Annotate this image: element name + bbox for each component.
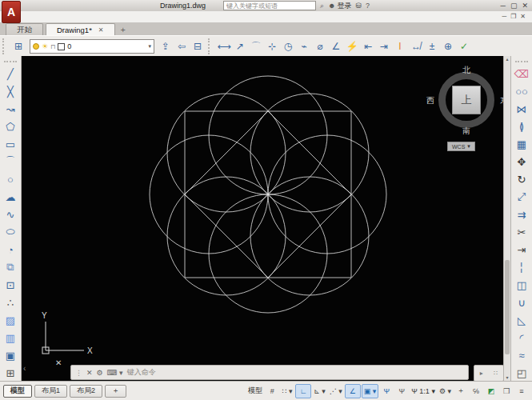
workspace-switch-button[interactable]: ⚙ ▾ — [438, 385, 453, 398]
toolbar-grip[interactable] — [4, 61, 17, 62]
layer-previous-button[interactable]: ⇦ — [174, 38, 190, 54]
chamfer-button[interactable]: ◺ — [512, 311, 531, 329]
multiple-points-button[interactable]: ∴ — [1, 294, 20, 311]
make-layer-current-button[interactable]: ⇪ — [158, 38, 174, 54]
diameter-dim-button[interactable]: ⌀ — [312, 38, 328, 54]
dim-space-button[interactable]: I — [392, 38, 408, 54]
aligned-dim-button[interactable]: ↗ — [232, 38, 248, 54]
rotate-button[interactable]: ↻ — [512, 170, 531, 188]
scroll-right-icon[interactable]: ▸ — [480, 370, 483, 377]
scrollbar-thumb[interactable] — [505, 260, 510, 354]
cart-icon[interactable]: ⛁ — [356, 2, 362, 10]
arc-length-dim-button[interactable]: ⌒ — [248, 38, 264, 54]
ellipse-arc-button[interactable]: ◔ — [1, 241, 20, 258]
minimize-button[interactable]: ─ — [501, 2, 506, 10]
offset-button[interactable]: ≬ — [512, 118, 531, 135]
compass-west-label[interactable]: 西 — [426, 95, 434, 106]
command-bar-resize-panel[interactable]: ▸ ∷ — [474, 365, 504, 382]
line-button[interactable]: ╱ — [1, 65, 20, 82]
autocad-logo-icon[interactable]: A — [2, 1, 21, 23]
construction-line-button[interactable]: ╳ — [1, 82, 20, 100]
ellipse-button[interactable]: ⬭ — [1, 223, 20, 241]
tolerance-button[interactable]: ± — [424, 38, 440, 54]
object-snap-button[interactable]: ▣ ▾ — [362, 384, 379, 398]
spline-button[interactable]: ∿ — [1, 206, 20, 223]
customize-wrench-icon[interactable]: ⚙ — [97, 369, 103, 377]
create-block-button[interactable]: ⊡ — [1, 276, 20, 294]
auto-scale-button[interactable]: Ψ — [394, 385, 409, 398]
wcs-dropdown[interactable]: WCS ▾ — [447, 142, 475, 151]
erase-button[interactable]: ⌫ — [512, 65, 531, 82]
angular-dim-button[interactable]: ∠ — [328, 38, 344, 54]
layer-properties-button[interactable]: ⊞ — [10, 38, 26, 54]
clean-screen-button[interactable]: ❒ — [499, 385, 514, 398]
extend-button[interactable]: ⇥ — [512, 241, 531, 258]
scale-button[interactable]: ⤢ — [512, 188, 531, 206]
revision-cloud-button[interactable]: ☁ — [1, 188, 20, 206]
resize-grip-icon[interactable]: ∷ — [494, 370, 498, 377]
scroll-up-icon[interactable]: ▴ — [504, 56, 510, 63]
customize-button[interactable]: ≡ — [514, 385, 529, 398]
stretch-button[interactable]: ⇉ — [512, 206, 531, 223]
region-button[interactable]: ▣ — [1, 346, 20, 364]
move-button[interactable]: ✥ — [512, 153, 531, 170]
compass-south-label[interactable]: 南 — [462, 126, 470, 137]
array-button[interactable]: ▦ — [512, 135, 531, 153]
rectangle-button[interactable]: ▭ — [1, 135, 20, 153]
continue-dim-button[interactable]: ⇥ — [376, 38, 392, 54]
new-drawing-tab-button[interactable]: ＋ — [119, 24, 127, 35]
doc-minimize-button[interactable]: ─ — [502, 13, 506, 20]
annotation-visibility-button[interactable]: Ψ — [379, 385, 394, 398]
dim-update-button[interactable]: ✓ — [456, 38, 472, 54]
fillet-button[interactable]: ◜ — [512, 329, 531, 346]
start-tab[interactable]: 开始 — [6, 23, 43, 35]
baseline-dim-button[interactable]: ⇤ — [360, 38, 376, 54]
scroll-left-icon[interactable]: ‹ — [23, 364, 26, 373]
layer-states-button[interactable]: ⊟ — [190, 38, 206, 54]
trim-button[interactable]: ✂ — [512, 223, 531, 241]
toolbar-grip[interactable] — [515, 61, 528, 62]
doc-close-button[interactable]: ✕ — [520, 13, 526, 20]
model-space-canvas[interactable]: 北 南 西 东 上 WCS ▾ Y X ✕ ‹ ⋮ ✕ ⚙ ⌨ ▾ 键入命令 ▸… — [22, 56, 510, 382]
layout2-tab[interactable]: 布局2 — [70, 385, 102, 398]
linear-dim-button[interactable]: ⟷ — [216, 38, 232, 54]
toolbar-grip[interactable] — [2, 38, 8, 54]
break-at-point-button[interactable]: ╎ — [512, 258, 531, 276]
new-layout-tab[interactable]: ＋ — [105, 385, 126, 398]
center-mark-button[interactable]: ⊕ — [440, 38, 456, 54]
ordinate-dim-button[interactable]: ⊹ — [264, 38, 280, 54]
ortho-mode-button[interactable]: ∟ — [295, 384, 311, 398]
layer-dropdown[interactable]: ☀ ⊓ 0 ▾ — [30, 39, 154, 54]
isometric-drafting-button[interactable]: ⋰ ▾ — [328, 385, 344, 398]
break-button[interactable]: ◫ — [512, 276, 531, 294]
join-button[interactable]: ∪ — [512, 294, 531, 311]
arc-button[interactable]: ⌒ — [1, 153, 20, 170]
close-button[interactable]: ✕ — [522, 2, 528, 10]
quick-dim-button[interactable]: ⚡ — [344, 38, 360, 54]
model-space-button[interactable]: 模型 — [246, 385, 264, 398]
annotation-scale-button[interactable]: Ψ 1:1 ▾ — [410, 385, 437, 398]
radius-dim-button[interactable]: ◷ — [280, 38, 296, 54]
annotation-monitor-button[interactable]: ＋ — [454, 385, 468, 398]
object-snap-tracking-button[interactable]: ∠ — [345, 384, 361, 398]
quick-properties-button[interactable]: ℅ — [469, 385, 483, 398]
doc-restore-button[interactable]: ❐ — [510, 13, 516, 20]
dim-break-button[interactable]: ↮ — [408, 38, 424, 54]
viewcube[interactable]: 北 南 西 东 上 WCS ▾ — [431, 65, 502, 153]
maximize-button[interactable]: ▢ — [510, 2, 518, 10]
polygon-button[interactable]: ⬠ — [1, 118, 20, 135]
recent-commands-icon[interactable]: ⌨ ▾ — [107, 369, 123, 377]
blend-button[interactable]: ≈ — [512, 346, 531, 364]
command-input[interactable]: 键入命令 — [127, 367, 156, 378]
command-line-bar[interactable]: ⋮ ✕ ⚙ ⌨ ▾ 键入命令 — [70, 365, 469, 380]
user-icon[interactable]: ☻ — [328, 2, 335, 10]
help-icon[interactable]: ? — [366, 2, 370, 10]
search-input[interactable]: 键入关键字或短语 — [223, 1, 316, 10]
compass-north-label[interactable]: 北 — [462, 65, 470, 76]
gradient-button[interactable]: ▥ — [1, 329, 20, 346]
table-button[interactable]: ⊞ — [1, 364, 20, 382]
chevron-down-icon[interactable]: ▾ — [148, 43, 151, 50]
layout1-tab[interactable]: 布局1 — [34, 385, 67, 398]
hatch-button[interactable]: ▨ — [1, 311, 20, 329]
vertical-scrollbar[interactable]: ▴ ▾ — [503, 56, 510, 382]
